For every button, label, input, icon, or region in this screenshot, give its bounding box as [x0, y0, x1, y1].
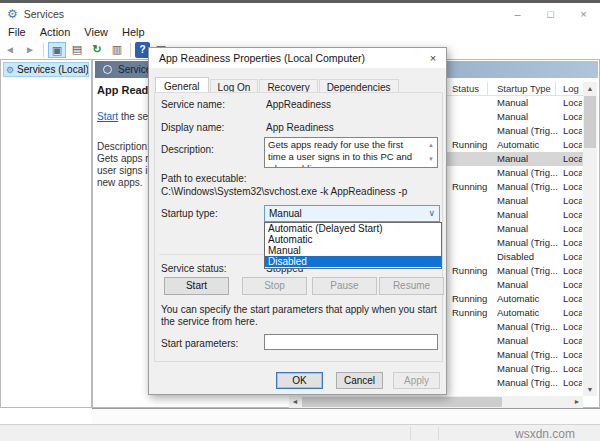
watermark-text: wsxdn.com	[515, 427, 575, 441]
service-log-on-as: Loca	[563, 181, 582, 192]
service-startup-type: Automatic	[497, 139, 559, 150]
status-bar-divider	[410, 427, 411, 440]
column-header-startup-type[interactable]: Startup Type	[497, 83, 551, 94]
start-service-link[interactable]: Start	[97, 111, 118, 122]
title-bar: ⚙ Services – □ ×	[0, 3, 600, 24]
show-console-tree-icon[interactable]: ▣	[48, 42, 66, 58]
maximize-button[interactable]: □	[534, 4, 567, 24]
scroll-up-icon[interactable]: ▲	[425, 138, 437, 152]
option-manual[interactable]: Manual	[265, 245, 441, 256]
dialog-description-label: Description:	[161, 144, 214, 155]
vertical-scroll-thumb[interactable]	[584, 96, 596, 148]
tree-item-services-local[interactable]: ⚙ Services (Local)	[3, 62, 89, 77]
combobox-value: Manual	[269, 208, 302, 219]
cancel-button[interactable]: Cancel	[336, 372, 383, 389]
path-value: C:\Windows\System32\svchost.exe -k AppRe…	[161, 186, 407, 197]
toolbar-separator[interactable]	[43, 43, 44, 57]
pause-button[interactable]: Pause	[312, 277, 377, 295]
scroll-up-icon[interactable]: ▲	[583, 82, 597, 95]
service-log-on-as: Loca	[563, 97, 582, 108]
column-header-status[interactable]: Status	[452, 83, 479, 94]
export-list-icon[interactable]: ▥	[108, 42, 126, 58]
service-log-on-as: Loca	[563, 195, 582, 206]
service-startup-type: Manual	[497, 209, 559, 220]
toolbar-separator[interactable]	[130, 43, 131, 57]
service-startup-type: Manual (Trig...	[497, 363, 559, 374]
apply-button[interactable]: Apply	[393, 372, 440, 389]
column-divider[interactable]	[487, 82, 488, 96]
path-label: Path to executable:	[161, 173, 247, 184]
dialog-title-bar: App Readiness Properties (Local Computer…	[149, 48, 446, 68]
service-log-on-as: Loca	[563, 321, 582, 332]
service-startup-type: Manual	[497, 111, 559, 122]
column-divider[interactable]	[555, 82, 556, 96]
service-startup-type: Manual (Trig...	[497, 125, 559, 136]
service-log-on-as: Loca	[563, 251, 582, 262]
menu-bar: FileActionViewHelp	[0, 24, 600, 40]
horizontal-scrollbar[interactable]: ◄ ►	[289, 396, 583, 408]
view-tab-label: Extended	[100, 409, 126, 423]
services-app-icon: ⚙	[7, 8, 18, 20]
service-startup-type: Manual (Trig...	[497, 167, 559, 178]
service-startup-type: Automatic	[497, 307, 559, 318]
service-log-on-as: Loca	[563, 209, 582, 220]
scroll-down-icon[interactable]: ▼	[425, 152, 437, 166]
service-status: Running	[452, 265, 488, 276]
description-scroll-arrows[interactable]: ▲▼	[425, 138, 437, 167]
service-status: Running	[452, 181, 488, 192]
tree-item-label: Services (Local)	[17, 64, 89, 75]
menu-help[interactable]: Help	[115, 26, 152, 38]
view-tabs: ExtendedStandard	[92, 408, 600, 424]
startup-type-combobox[interactable]: Manual ∨	[264, 205, 440, 222]
option-disabled[interactable]: Disabled	[265, 256, 441, 267]
service-log-on-as: Loca	[563, 377, 582, 388]
scroll-right-icon[interactable]: ►	[571, 396, 583, 408]
close-button[interactable]: ×	[567, 4, 600, 24]
description-box[interactable]: Gets apps ready for use the first time a…	[264, 137, 438, 168]
start-parameters-input[interactable]	[264, 334, 438, 350]
service-startup-type: Manual	[497, 279, 559, 290]
services-header-icon	[103, 65, 112, 74]
service-name-label: Service name:	[161, 99, 225, 110]
ok-button[interactable]: OK	[276, 372, 323, 389]
service-startup-type: Manual	[497, 97, 559, 108]
forward-icon[interactable]: ►	[21, 42, 39, 58]
option-automatic[interactable]: Automatic	[265, 234, 441, 245]
menu-action[interactable]: Action	[33, 26, 78, 38]
service-log-on-as: Loca	[563, 349, 582, 360]
vertical-scrollbar[interactable]: ▲ ▼	[583, 82, 597, 396]
stop-button[interactable]: Stop	[242, 277, 307, 295]
service-log-on-as: Loca	[563, 335, 582, 346]
console-tree-pane: ⚙ Services (Local)	[0, 59, 92, 408]
service-log-on-as: Loca	[563, 307, 582, 318]
service-startup-type: Disabled	[497, 251, 559, 262]
service-startup-type: Manual (Trig...	[497, 265, 559, 276]
service-log-on-as: Loca	[563, 279, 582, 290]
refresh-icon[interactable]: ↻	[88, 42, 106, 58]
option-automatic-delayed[interactable]: Automatic (Delayed Start)	[265, 223, 441, 234]
start-button[interactable]: Start	[164, 277, 229, 295]
scroll-down-icon[interactable]: ▼	[583, 383, 597, 396]
menu-file[interactable]: File	[0, 26, 33, 38]
minimize-button[interactable]: –	[501, 4, 534, 24]
menu-view[interactable]: View	[77, 26, 115, 38]
service-log-on-as: Loca	[563, 167, 582, 178]
properties-icon[interactable]: ▤	[68, 42, 86, 58]
service-status: Running	[452, 293, 488, 304]
column-header-log-on-as[interactable]: Log	[563, 83, 579, 94]
horizontal-scroll-thumb[interactable]	[302, 397, 502, 407]
service-log-on-as: Loca	[563, 363, 582, 374]
service-startup-type: Manual (Trig...	[497, 237, 559, 248]
display-name-label: Display name:	[161, 122, 224, 133]
display-name-value: App Readiness	[266, 122, 334, 133]
service-name-value: AppReadiness	[266, 99, 331, 110]
service-log-on-as: Loca	[563, 293, 582, 304]
resume-button[interactable]: Resume	[379, 277, 444, 295]
start-parameters-hint: You can specify the start parameters tha…	[161, 304, 445, 328]
scroll-left-icon[interactable]: ◄	[289, 396, 301, 408]
startup-type-label: Startup type:	[161, 208, 218, 219]
service-startup-type: Manual (Trig...	[497, 321, 559, 332]
back-icon[interactable]: ◄	[1, 42, 19, 58]
startup-type-dropdown: Automatic (Delayed Start)AutomaticManual…	[264, 222, 442, 269]
dialog-close-icon[interactable]: ×	[420, 49, 446, 67]
